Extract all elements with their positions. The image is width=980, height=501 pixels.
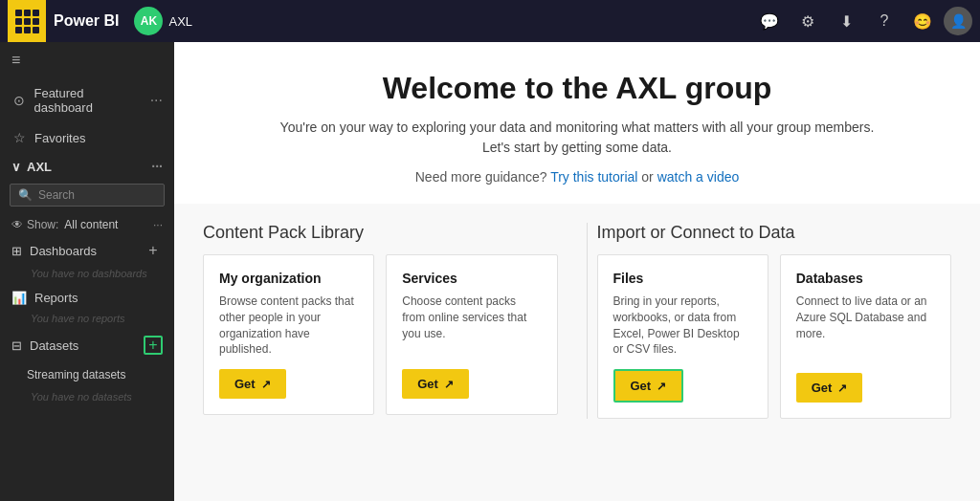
reports-icon: 📊 bbox=[11, 291, 27, 305]
import-connect-section: Import or Connect to Data Files Bring in… bbox=[597, 223, 952, 419]
sidebar-dashboards-header[interactable]: ⊞ Dashboards + bbox=[0, 235, 174, 266]
topbar-icon-group: 💬 ⚙ ⬇ ? 😊 👤 bbox=[752, 4, 972, 38]
settings-icon[interactable]: ⚙ bbox=[791, 4, 825, 38]
my-org-get-label: Get bbox=[234, 377, 256, 391]
my-org-card-desc: Browse content packs that other people i… bbox=[219, 294, 358, 358]
featured-dashboard-more[interactable]: ··· bbox=[150, 92, 163, 109]
content-pack-section: Content Pack Library My organization Bro… bbox=[203, 223, 558, 419]
my-org-arrow-icon: ↗ bbox=[261, 378, 271, 391]
user-profile-icon[interactable]: 👤 bbox=[944, 7, 972, 35]
files-card-title: Files bbox=[613, 271, 752, 286]
section-divider bbox=[587, 223, 588, 419]
content-pack-title: Content Pack Library bbox=[203, 223, 558, 243]
try-tutorial-link[interactable]: Try this tutorial bbox=[550, 169, 637, 185]
favorites-icon: ☆ bbox=[11, 130, 27, 145]
sidebar: ≡ ⊙ Featured dashboard ··· ☆ Favorites ∨… bbox=[0, 42, 174, 501]
main-layout: ≡ ⊙ Featured dashboard ··· ☆ Favorites ∨… bbox=[0, 42, 980, 501]
topbar-username: AXL bbox=[168, 14, 192, 29]
sidebar-axl-section[interactable]: ∨ AXL ··· bbox=[0, 153, 174, 180]
import-connect-cards-row: Files Bring in your reports, workbooks, … bbox=[597, 254, 952, 419]
sidebar-item-favorites[interactable]: ☆ Favorites bbox=[0, 122, 174, 153]
help-icon[interactable]: ? bbox=[867, 4, 902, 38]
emoji-icon[interactable]: 😊 bbox=[905, 4, 940, 38]
eye-icon: 👁 bbox=[11, 218, 23, 231]
files-get-label: Get bbox=[631, 379, 652, 393]
user-avatar-topbar[interactable]: AK bbox=[134, 7, 163, 35]
add-dataset-button[interactable]: + bbox=[144, 336, 163, 355]
axl-chevron-icon: ∨ bbox=[11, 160, 21, 174]
no-dashboards-label: You have no dashboards bbox=[0, 266, 174, 285]
sidebar-streaming-datasets[interactable]: Streaming datasets bbox=[0, 360, 174, 389]
welcome-subtitle: You're on your way to exploring your dat… bbox=[212, 118, 942, 158]
hamburger-menu[interactable]: ≡ bbox=[0, 42, 174, 78]
sidebar-item-featured-dashboard[interactable]: ⊙ Featured dashboard ··· bbox=[0, 78, 174, 122]
files-card-desc: Bring in your reports, workbooks, or dat… bbox=[613, 294, 752, 358]
welcome-title: Welcome to the AXL group bbox=[212, 71, 942, 106]
search-icon: 🔍 bbox=[18, 188, 33, 202]
services-card-title: Services bbox=[402, 271, 541, 286]
services-card: Services Choose content packs from onlin… bbox=[386, 254, 557, 415]
my-organization-card: My organization Browse content packs tha… bbox=[203, 254, 374, 415]
services-card-desc: Choose content packs from online service… bbox=[402, 294, 541, 358]
sidebar-search-box[interactable]: 🔍 bbox=[10, 184, 165, 207]
import-connect-title: Import or Connect to Data bbox=[597, 223, 952, 243]
add-dashboard-button[interactable]: + bbox=[144, 241, 163, 260]
databases-card: Databases Connect to live data or an Azu… bbox=[780, 254, 951, 419]
featured-dashboard-icon: ⊙ bbox=[11, 93, 26, 108]
files-arrow-icon: ↗ bbox=[657, 380, 666, 393]
app-title: Power BI bbox=[54, 12, 119, 30]
content-area: Welcome to the AXL group You're on your … bbox=[174, 42, 980, 501]
topbar: Power BI AK AXL 💬 ⚙ ⬇ ? 😊 👤 bbox=[0, 0, 980, 42]
databases-get-label: Get bbox=[812, 381, 833, 395]
services-arrow-icon: ↗ bbox=[444, 378, 454, 391]
welcome-section: Welcome to the AXL group You're on your … bbox=[174, 42, 980, 204]
show-more-icon[interactable]: ··· bbox=[153, 218, 163, 231]
my-org-get-button[interactable]: Get ↗ bbox=[219, 369, 286, 399]
datasets-icon: ⊟ bbox=[11, 338, 22, 353]
services-get-button[interactable]: Get ↗ bbox=[402, 369, 469, 399]
databases-card-desc: Connect to live data or an Azure SQL Dat… bbox=[796, 294, 935, 361]
axl-more-icon[interactable]: ··· bbox=[151, 159, 163, 174]
download-icon[interactable]: ⬇ bbox=[829, 4, 863, 38]
databases-get-button[interactable]: Get ↗ bbox=[796, 373, 863, 403]
dashboards-icon: ⊞ bbox=[11, 244, 22, 258]
databases-card-title: Databases bbox=[796, 271, 935, 286]
databases-arrow-icon: ↗ bbox=[837, 381, 847, 395]
sidebar-show-row[interactable]: 👁 Show: All content ··· bbox=[0, 214, 174, 235]
content-pack-cards-row: My organization Browse content packs tha… bbox=[203, 254, 558, 415]
feedback-icon[interactable]: 💬 bbox=[752, 4, 787, 38]
files-get-button[interactable]: Get ↗ bbox=[613, 369, 684, 403]
my-org-card-title: My organization bbox=[219, 271, 358, 286]
no-reports-label: You have no reports bbox=[0, 311, 174, 330]
watch-video-link[interactable]: watch a video bbox=[657, 169, 740, 185]
welcome-guidance: Need more guidance? Try this tutorial or… bbox=[212, 169, 942, 185]
files-card: Files Bring in your reports, workbooks, … bbox=[597, 254, 768, 419]
sidebar-datasets-header[interactable]: ⊟ Datasets + bbox=[0, 330, 174, 360]
search-input[interactable] bbox=[38, 188, 156, 202]
sidebar-reports-header[interactable]: 📊 Reports bbox=[0, 285, 174, 311]
no-datasets-label: You have no datasets bbox=[0, 389, 174, 408]
services-get-label: Get bbox=[417, 377, 438, 391]
cards-container: Content Pack Library My organization Bro… bbox=[174, 204, 980, 438]
grid-icon bbox=[15, 10, 39, 33]
app-logo[interactable] bbox=[8, 0, 46, 42]
